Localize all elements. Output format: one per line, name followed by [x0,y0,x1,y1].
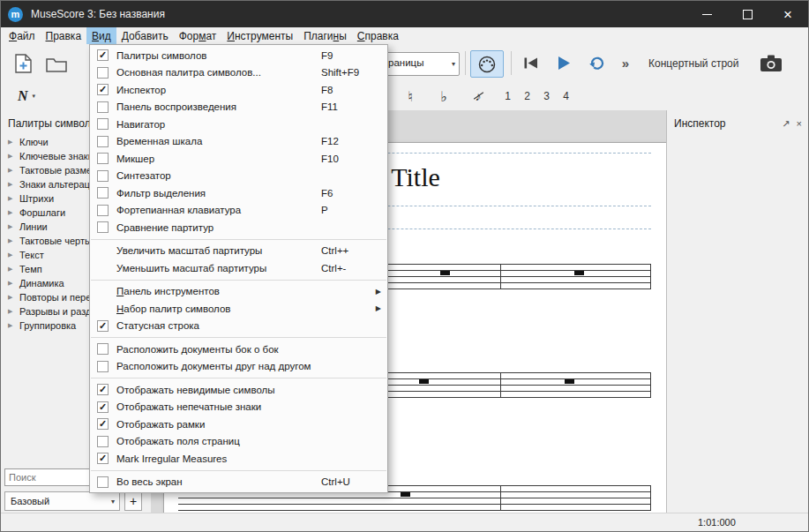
view-menu-item-13[interactable]: Уменьшить масштаб партитурыCtrl+- [90,259,387,277]
barline [650,264,651,289]
view-menu-item-0[interactable]: ✓Палитры символовF9 [90,47,387,64]
concert-pitch-button[interactable]: Концертный строй [642,53,745,74]
staff-line [178,510,650,511]
view-menu-item-28[interactable]: Во весь экранCtrl+U [90,474,387,491]
note-input-button[interactable]: N ▾ [8,85,45,108]
chevron-right-icon: ▶ [8,237,19,244]
menu-item-label: Временная шкала [116,136,202,146]
palette-item-label: Форшлаги [19,207,65,218]
play-icon [558,56,570,70]
close-panel-button[interactable]: × [797,118,802,130]
menubar-item-file[interactable]: Файл [4,27,41,44]
add-palette-button[interactable]: + [124,491,142,511]
view-menu-item-16[interactable]: Набор палитр символов▶ [90,300,387,318]
menu-shortcut: F11 [321,101,338,112]
view-menu-item-25[interactable]: Отображать поля страниц [90,433,387,451]
natural-button[interactable]: ♮ [398,85,423,108]
barline [650,485,651,511]
view-menu-item-15[interactable]: Панель инструментов▶ [90,283,387,301]
open-file-button[interactable] [41,50,71,77]
toolbar-overflow-chevron[interactable]: » [618,54,633,71]
view-menu-dropdown: ✓Палитры символовF9Основная палитра симв… [89,44,388,493]
folder-icon [46,56,67,72]
maximize-icon [743,10,753,19]
palette-preset-value: Базовый [11,496,49,506]
menubar-item-edit[interactable]: Правка [41,27,87,44]
view-menu-item-4[interactable]: Навигатор [90,116,387,133]
inspector-panel: Инспектор ↗ × [666,110,808,513]
voice-4-button[interactable]: 4 [557,85,575,108]
menu-shortcut: F6 [321,188,333,199]
checkbox-unchecked-icon [97,221,109,233]
view-menu-item-2[interactable]: ✓ИнспекторF8 [90,81,387,99]
view-menu-item-20[interactable]: Расположить документы друг над другом [90,358,387,376]
menubar-item-view[interactable]: Вид [86,27,116,44]
menu-item-label: Фортепианная клавиатура [116,205,241,215]
chevron-right-icon: ▶ [8,280,19,287]
view-menu-item-9[interactable]: Фортепианная клавиатураP [90,202,387,220]
view-menu-item-19[interactable]: Расположить документы бок о бок [90,341,387,358]
window-title: MuseScore 3: Без названия [31,8,165,20]
menubar-item-add[interactable]: Добавить [116,27,174,44]
voice-3-button[interactable]: 3 [537,85,556,108]
close-icon: × [783,7,792,22]
minimize-icon [702,14,712,15]
view-menu-item-17[interactable]: ✓Статусная строка [90,318,387,335]
play-button[interactable] [551,51,577,75]
flip-direction-button[interactable]: ♪ [465,85,491,108]
menu-item-label: Сравнение партитур [116,222,213,233]
checkbox-unchecked-icon [97,67,109,79]
chevron-right-icon: ▶ [8,139,19,146]
voice-buttons: 1234 [498,85,576,108]
float-panel-button[interactable]: ↗ [782,118,790,130]
menubar-item-tools[interactable]: Инструменты [221,27,298,44]
palette-preset-select[interactable]: Базовый ▾ [4,491,120,511]
chevron-right-icon: ▶ [8,266,19,273]
view-menu-item-1[interactable]: Основная палитра символов...Shift+F9 [90,64,387,82]
menubar-item-help[interactable]: Справка [352,27,404,44]
menu-shortcut: F9 [321,50,333,61]
new-score-button[interactable] [10,50,38,77]
palette-bottom-row: Базовый ▾ + [4,491,142,511]
chevron-right-icon: ▶ [8,181,19,188]
view-menu-item-26[interactable]: ✓Mark Irregular Measures [90,450,387,468]
close-button[interactable]: × [768,1,808,27]
voice-2-button[interactable]: 2 [518,85,536,108]
palette-item-label: Текст [19,250,44,260]
chevron-down-icon: ▾ [111,498,119,506]
checkbox-unchecked-icon [97,153,109,164]
rewind-button[interactable] [518,51,544,75]
snapshot-button[interactable] [756,51,786,75]
palette-item-label: Группировка [19,320,76,331]
titlebar: m MuseScore 3: Без названия × [1,1,808,27]
menu-shortcut: F12 [321,136,339,146]
view-menu-item-8[interactable]: Фильтр выделенияF6 [90,184,387,202]
palette-item-label: Ключи [19,137,49,147]
whole-rest [574,271,584,275]
view-menu-item-10[interactable]: Сравнение партитур [90,219,387,236]
loop-playback-button[interactable] [583,51,610,75]
view-menu-item-23[interactable]: ✓Отображать непечатные знаки [90,399,387,416]
maximize-button[interactable] [727,1,768,27]
voice-1-button[interactable]: 1 [498,85,517,108]
menu-item-label: Отображать непечатные знаки [116,401,261,412]
flat-button[interactable]: ♭ [431,85,456,108]
chevron-right-icon: ▶ [8,294,19,301]
chevron-down-icon: ▾ [33,93,36,100]
barline [500,372,501,398]
view-menu-item-6[interactable]: МикшерF10 [90,150,387,168]
whole-rest [440,271,450,275]
view-menu-item-3[interactable]: Панель воспроизведенияF11 [90,99,387,116]
menu-item-label: Расположить документы друг над другом [116,361,311,371]
view-menu-item-5[interactable]: Временная шкалаF12 [90,133,387,151]
palette-item-label: Динамика [19,278,64,288]
palette-item-label: Штрихи [19,193,54,204]
minimize-button[interactable] [686,1,727,27]
view-menu-item-22[interactable]: ✓Отображать невидимые символы [90,381,387,399]
menubar-item-plugins[interactable]: Плагины [298,27,352,44]
view-menu-item-12[interactable]: Увеличить масштаб партитурыCtrl++ [90,243,387,260]
midi-input-button[interactable] [470,50,504,78]
view-menu-item-7[interactable]: Синтезатор [90,168,387,185]
view-menu-item-24[interactable]: ✓Отображать рамки [90,416,387,433]
menubar-item-format[interactable]: Формат [174,27,222,44]
